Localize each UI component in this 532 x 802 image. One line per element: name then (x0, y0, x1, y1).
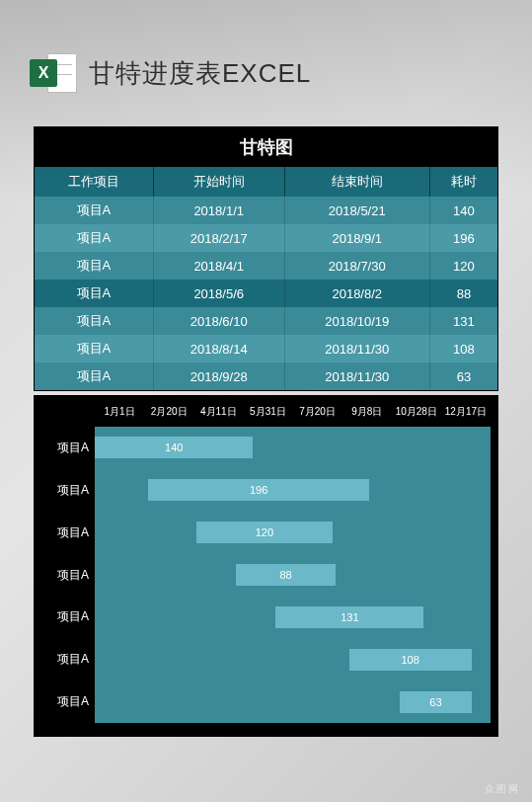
table-row: 项目A2018/4/12018/7/30120 (35, 252, 497, 280)
gantt-data-table: 工作项目 开始时间 结束时间 耗时 项目A2018/1/12018/5/2114… (35, 167, 497, 390)
cell-start: 2018/2/17 (153, 224, 284, 252)
table-row: 项目A2018/6/102018/10/19131 (35, 307, 497, 335)
cell-start: 2018/6/10 (153, 307, 284, 335)
gantt-bar: 63 (400, 691, 471, 713)
cell-name: 项目A (35, 224, 153, 252)
cell-name: 项目A (35, 280, 153, 307)
cell-name: 项目A (35, 307, 153, 335)
axis-tick: 4月11日 (193, 405, 243, 419)
axis-tick: 1月1日 (95, 405, 144, 419)
cell-name: 项目A (35, 362, 153, 390)
cell-end: 2018/11/30 (284, 335, 429, 362)
axis-tick: 5月31日 (243, 405, 292, 419)
axis-tick: 10月28日 (392, 405, 441, 419)
excel-icon: X (30, 49, 77, 97)
gantt-row-label: 项目A (41, 469, 95, 512)
table-row: 项目A2018/5/62018/8/288 (35, 280, 497, 307)
gantt-chart: 1月1日2月20日4月11日5月31日7月20日9月8日10月28日12月17日… (34, 395, 498, 737)
col-project: 工作项目 (35, 167, 153, 197)
cell-start: 2018/4/1 (153, 252, 284, 280)
gantt-row-label: 项目A (41, 554, 95, 597)
cell-name: 项目A (35, 335, 153, 362)
page-title: 甘特进度表EXCEL (89, 56, 311, 91)
gantt-row-label: 项目A (41, 512, 95, 554)
gantt-row-label: 项目A (41, 427, 95, 469)
gantt-y-labels: 项目A项目A项目A项目A项目A项目A项目A (41, 427, 95, 723)
cell-duration: 88 (429, 280, 497, 307)
axis-tick: 9月8日 (342, 405, 392, 419)
table-row: 项目A2018/8/142018/11/30108 (35, 335, 497, 362)
gantt-plot-area: 1401961208813110863 (95, 427, 491, 723)
gantt-bar: 120 (196, 521, 332, 543)
excel-badge-letter: X (30, 59, 57, 87)
gantt-table-card: 甘特图 工作项目 开始时间 结束时间 耗时 项目A2018/1/12018/5/… (34, 126, 498, 391)
axis-tick: 2月20日 (144, 405, 193, 419)
gantt-bar: 140 (95, 437, 253, 458)
cell-end: 2018/7/30 (284, 252, 429, 280)
cell-name: 项目A (35, 197, 153, 224)
cell-end: 2018/10/19 (284, 307, 429, 335)
cell-end: 2018/5/21 (284, 197, 429, 224)
gantt-bar: 131 (275, 606, 423, 628)
cell-duration: 196 (429, 224, 497, 252)
col-duration: 耗时 (429, 167, 497, 197)
cell-duration: 140 (429, 197, 497, 224)
watermark: 众图网 (485, 782, 520, 796)
table-row: 项目A2018/1/12018/5/21140 (35, 197, 497, 224)
cell-start: 2018/5/6 (153, 280, 284, 307)
cell-duration: 131 (429, 307, 497, 335)
cell-name: 项目A (35, 252, 153, 280)
table-row: 项目A2018/2/172018/9/1196 (35, 224, 497, 252)
gantt-x-axis: 1月1日2月20日4月11日5月31日7月20日9月8日10月28日12月17日 (41, 405, 491, 419)
table-title: 甘特图 (35, 127, 497, 167)
cell-end: 2018/11/30 (284, 362, 429, 390)
cell-start: 2018/8/14 (153, 335, 284, 362)
table-row: 项目A2018/9/282018/11/3063 (35, 362, 497, 390)
cell-duration: 63 (429, 362, 497, 390)
gantt-bar: 108 (349, 649, 472, 671)
col-start: 开始时间 (153, 167, 284, 197)
cell-duration: 120 (429, 252, 497, 280)
gantt-bar: 88 (236, 564, 336, 586)
col-end: 结束时间 (284, 167, 429, 197)
gantt-bar: 196 (148, 479, 370, 501)
cell-start: 2018/1/1 (153, 197, 284, 224)
cell-duration: 108 (429, 335, 497, 362)
axis-tick: 12月17日 (441, 405, 491, 419)
gantt-row-label: 项目A (41, 596, 95, 638)
cell-end: 2018/8/2 (284, 280, 429, 307)
gantt-row-label: 项目A (41, 638, 95, 681)
gantt-row-label: 项目A (41, 681, 95, 723)
cell-start: 2018/9/28 (153, 362, 284, 390)
cell-end: 2018/9/1 (284, 224, 429, 252)
header: X 甘特进度表EXCEL (0, 0, 532, 97)
axis-tick: 7月20日 (293, 405, 342, 419)
table-header-row: 工作项目 开始时间 结束时间 耗时 (35, 167, 497, 197)
